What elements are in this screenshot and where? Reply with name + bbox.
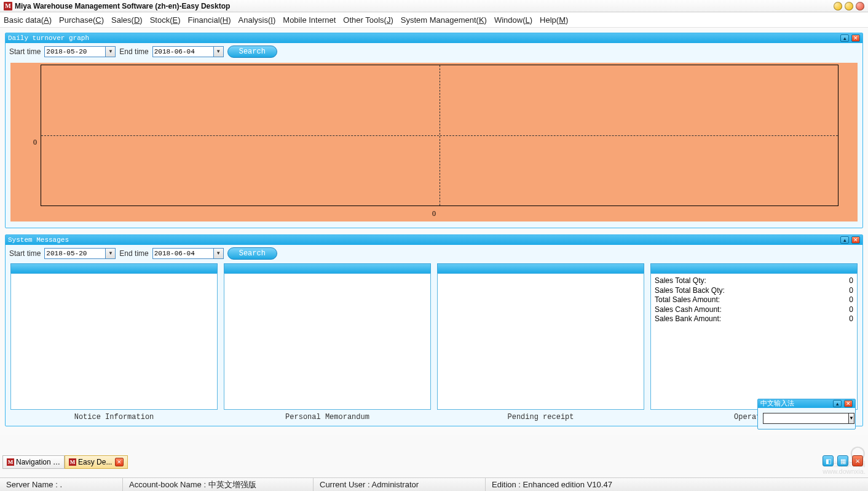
ime-input[interactable] [763,413,849,424]
dropdown-icon[interactable]: ▼ [106,46,116,57]
messages-end-date-input[interactable] [152,248,214,259]
chart-x-tick: 0 [432,209,436,218]
menu-system-management[interactable]: System Management(K) [401,15,487,25]
statusbar: Server Name : . Account-book Name : 中英文增… [0,477,868,491]
window-close-button[interactable] [856,2,864,10]
app-icon: M [7,458,14,466]
notice-information-box: Notice Information [10,263,218,421]
chart-y-tick: 0 [33,138,37,147]
menu-mobile-internet[interactable]: Mobile Internet [283,15,336,25]
turnover-chart: 0 0 [10,63,858,222]
tab-navigation[interactable]: M Navigation … [2,455,65,469]
dropdown-icon[interactable]: ▼ [849,413,854,424]
tab-label: Easy De... [78,458,112,466]
menubar: Basic data(A) Purchase(C) Sales(D) Stock… [0,12,868,28]
ime-title: 中文输入法 [760,401,794,407]
list-body: Sales Total Qty:0 Sales Total Back Qty:0… [650,273,858,410]
stat-value: 0 [841,305,853,315]
start-time-label: Start time [9,47,41,56]
list-body[interactable] [224,273,431,410]
turnover-start-date-input[interactable] [44,46,106,57]
status-current-user: Current User : Administrator [314,478,486,491]
menu-sales[interactable]: Sales(D) [111,15,143,25]
messages-start-date-input[interactable] [44,248,106,259]
pending-receipt-box: Pending receipt [437,263,644,421]
end-time-label: End time [119,47,148,56]
panel-close-button[interactable]: ✕ [844,400,853,407]
list-header[interactable] [437,263,644,273]
dropdown-icon[interactable]: ▼ [214,46,224,57]
panel-collapse-button[interactable]: ▴ [833,400,842,407]
menu-window[interactable]: Window(L) [494,15,532,25]
stat-label: Total Sales Amount: [655,295,841,305]
stat-label: Sales Bank Amount: [655,314,841,324]
operation-stats-box: Sales Total Qty:0 Sales Total Back Qty:0… [650,263,858,421]
panel-close-button[interactable]: ✕ [851,34,860,42]
personal-memorandum-box: Personal Memorandum [224,263,431,421]
menu-financial[interactable]: Financial(H) [188,15,231,25]
menu-basic-data[interactable]: Basic data(A) [4,15,52,25]
panel-close-button[interactable]: ✕ [851,236,860,244]
task-tabs: M Navigation … M Easy De... ✕ [2,455,128,469]
list-header[interactable] [224,263,431,273]
stat-value: 0 [841,314,853,324]
stat-label: Sales Total Qty: [655,276,841,286]
column-caption: Notice Information [10,410,218,421]
panel-collapse-button[interactable]: ▴ [840,34,849,42]
watermark: ◯ 当下软件园 www.downxia. [823,445,866,475]
watermark-url: www.downxia. [823,468,866,475]
status-edition: Edition : Enhanced edition V10.47 [486,478,868,491]
ime-panel[interactable]: 中文输入法 ▴ ✕ ▼ [757,399,856,429]
tab-label: Navigation … [16,458,60,466]
chart-gridline-horizontal [41,135,838,136]
list-header[interactable] [650,263,858,273]
status-server: Server Name : . [0,478,123,491]
stat-label: Sales Total Back Qty: [655,286,841,296]
column-caption: Pending receipt [437,410,644,421]
daily-turnover-panel: Daily turnover graph ▴ ✕ Start time ▼ En… [5,33,863,228]
system-messages-title: System Messages [8,237,69,244]
menu-other-tools[interactable]: Other Tools(J) [343,15,393,25]
messages-search-button[interactable]: Search [227,247,277,260]
dropdown-icon[interactable]: ▼ [214,248,224,259]
stat-value: 0 [841,295,853,305]
list-body[interactable] [10,273,218,410]
window-titlebar: M Miya Warehouse Management Software (zh… [0,0,868,12]
end-time-label: End time [119,249,148,258]
panel-collapse-button[interactable]: ▴ [840,236,849,244]
tab-easy-desktop[interactable]: M Easy De... ✕ [65,455,128,469]
list-body[interactable] [437,273,644,410]
turnover-search-button[interactable]: Search [227,46,277,58]
app-icon: M [4,2,12,10]
app-icon: M [69,458,76,466]
window-title: Miya Warehouse Management Software (zh-e… [15,2,230,10]
menu-stock[interactable]: Stock(E) [150,15,181,25]
start-time-label: Start time [9,249,41,258]
window-maximize-button[interactable] [845,2,853,10]
stat-label: Sales Cash Amount: [655,305,841,315]
dropdown-icon[interactable]: ▼ [106,248,116,259]
system-messages-panel: System Messages ▴ ✕ Start time ▼ End tim… [5,234,863,426]
status-account-book: Account-book Name : 中英文增强版 [123,478,314,491]
menu-help[interactable]: Help(M) [540,15,568,25]
watermark-text: 当下软件园 [823,460,866,468]
daily-turnover-title: Daily turnover graph [8,35,89,42]
list-header[interactable] [10,263,218,273]
menu-purchase[interactable]: Purchase(C) [59,15,104,25]
stat-value: 0 [841,286,853,296]
menu-analysis[interactable]: Analysis(I) [239,15,276,25]
watermark-logo-icon: ◯ [823,445,866,460]
stat-value: 0 [841,276,853,286]
column-caption: Personal Memorandum [224,410,431,421]
tab-close-button[interactable]: ✕ [115,458,124,466]
window-minimize-button[interactable] [834,2,842,10]
turnover-end-date-input[interactable] [152,46,214,57]
